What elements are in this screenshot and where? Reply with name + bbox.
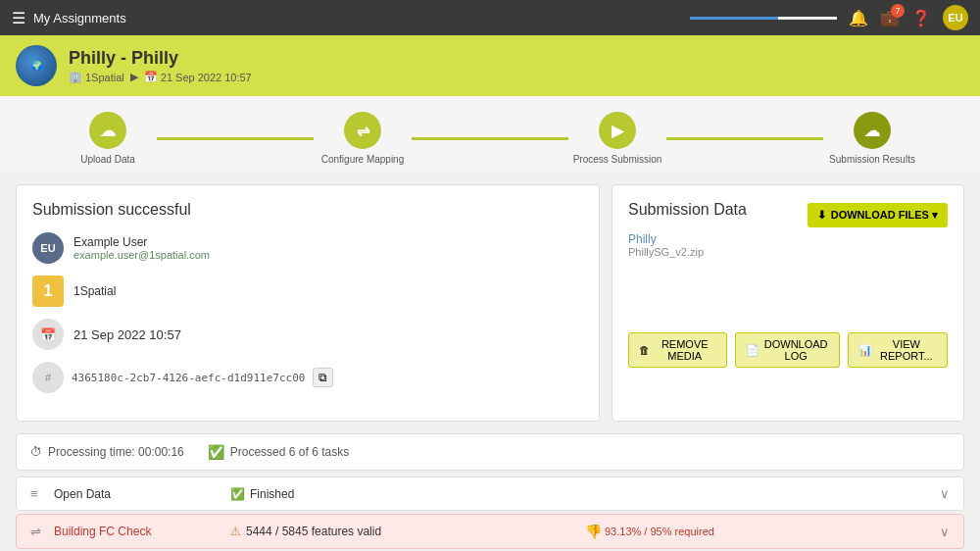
top-nav: ☰ My Assignments 🔔 💼 7 ❓ EU bbox=[0, 0, 980, 35]
chevron-icon: ∨ bbox=[940, 525, 950, 539]
action-buttons: 🗑 REMOVE MEDIA 📄 DOWNLOAD LOG 📊 VIEW REP… bbox=[628, 332, 948, 368]
step-process[interactable]: ▶ Process Submission bbox=[568, 112, 666, 165]
step-results-circle: ☁ bbox=[854, 112, 891, 149]
copy-hash-button[interactable]: ⧉ bbox=[313, 368, 333, 387]
log-icon: 📄 bbox=[746, 344, 760, 357]
submission-hash: 4365180c-2cb7-4126-aefc-d1d911e7cc00 bbox=[72, 372, 305, 384]
step-line-2 bbox=[412, 137, 568, 140]
header-bar: 🌍 Philly - Philly 🏢 1Spatial ▶ 📅 21 Sep … bbox=[0, 35, 980, 96]
step-line-1 bbox=[157, 137, 314, 140]
step-process-circle: ▶ bbox=[599, 112, 636, 149]
download-files-button[interactable]: ⬇ DOWNLOAD FILES ▾ bbox=[808, 203, 948, 227]
task-type-icon: ⇌ bbox=[30, 525, 54, 539]
step-upload[interactable]: ☁ Upload Data bbox=[59, 112, 157, 165]
progress-steps: ☁ Upload Data ⇌ Configure Mapping ▶ Proc… bbox=[0, 96, 980, 173]
warn-icon: ⚠ bbox=[230, 525, 241, 538]
hash-row: # 4365180c-2cb7-4126-aefc-d1d911e7cc00 ⧉ bbox=[32, 362, 583, 393]
chevron-icon: ∨ bbox=[940, 486, 950, 501]
step-line-3 bbox=[666, 137, 823, 140]
submission-file: Philly PhillySG_v2.zip bbox=[628, 232, 704, 258]
org-logo: 🌍 bbox=[16, 45, 57, 86]
org-icon: 🏢 bbox=[69, 71, 82, 83]
task-list: ≡ Open Data ✅ Finished ∨ ⇌ Building FC C… bbox=[16, 476, 964, 551]
step-configure[interactable]: ⇌ Configure Mapping bbox=[314, 112, 412, 165]
org-row: 1 1Spatial bbox=[32, 276, 583, 307]
help-icon[interactable]: ❓ bbox=[911, 9, 931, 27]
user-name: Example User bbox=[74, 235, 210, 249]
main-content: Submission successful EU Example User ex… bbox=[0, 173, 980, 433]
user-avatar[interactable]: EU bbox=[943, 5, 968, 30]
report-icon: 📊 bbox=[858, 344, 872, 357]
calendar-badge: 📅 bbox=[32, 319, 64, 350]
hash-badge: # bbox=[32, 362, 64, 393]
step-configure-label: Configure Mapping bbox=[321, 154, 405, 165]
tasks-check-icon: ✅ bbox=[208, 444, 224, 460]
datetime-row: 📅 21 Sep 2022 10:57 bbox=[32, 319, 583, 350]
view-report-button[interactable]: 📊 VIEW REPORT... bbox=[848, 332, 948, 368]
task-row[interactable]: ⇌ Building FC Check ⚠ 5444 / 5845 featur… bbox=[16, 514, 964, 549]
task-result: 👎 93.13% / 95% required bbox=[585, 524, 940, 539]
remove-media-button[interactable]: 🗑 REMOVE MEDIA bbox=[628, 332, 727, 368]
task-name: Open Data bbox=[54, 487, 230, 501]
calendar-icon: 📅 bbox=[144, 71, 158, 83]
right-panel: Submission Data Philly PhillySG_v2.zip ⬇… bbox=[612, 184, 964, 422]
task-status: ✅ Finished bbox=[230, 487, 585, 501]
bottom-section: ⏱ Processing time: 00:00:16 ✅ Processed … bbox=[0, 433, 980, 551]
app-title: My Assignments bbox=[33, 11, 126, 25]
processing-row: ⏱ Processing time: 00:00:16 ✅ Processed … bbox=[16, 433, 964, 471]
tasks-processed: ✅ Processed 6 of 6 tasks bbox=[208, 444, 349, 460]
org-badge-icon: 1 bbox=[32, 276, 64, 307]
submission-title: Submission successful bbox=[32, 201, 583, 219]
org-name: 1Spatial bbox=[74, 284, 116, 298]
submission-datetime: 21 Sep 2022 10:57 bbox=[74, 327, 181, 342]
task-status: ⚠ 5444 / 5845 features valid bbox=[230, 525, 585, 538]
task-name: Building FC Check bbox=[54, 525, 230, 538]
org-label: 🏢 1Spatial bbox=[69, 71, 124, 83]
left-panel: Submission successful EU Example User ex… bbox=[16, 184, 600, 422]
briefcase-icon[interactable]: 💼 7 bbox=[880, 9, 900, 27]
user-row: EU Example User example.user@1spatial.co… bbox=[32, 232, 583, 264]
step-upload-circle: ☁ bbox=[89, 112, 126, 149]
processing-time: ⏱ Processing time: 00:00:16 bbox=[30, 445, 184, 459]
project-title: Philly - Philly bbox=[69, 48, 252, 69]
arrow-icon: ▶ bbox=[130, 71, 138, 83]
step-configure-circle: ⇌ bbox=[344, 112, 381, 149]
task-type-icon: ≡ bbox=[30, 486, 54, 501]
briefcase-badge: 7 bbox=[891, 4, 905, 18]
bell-icon[interactable]: 🔔 bbox=[849, 9, 868, 27]
task-row[interactable]: ≡ Open Data ✅ Finished ∨ bbox=[16, 476, 964, 511]
step-process-label: Process Submission bbox=[573, 154, 662, 165]
remove-icon: 🗑 bbox=[639, 344, 650, 356]
date-label: 📅 21 Sep 2022 10:57 bbox=[144, 71, 252, 83]
status-icon: ✅ bbox=[230, 487, 245, 501]
user-email: example.user@1spatial.com bbox=[74, 249, 210, 261]
clock-icon: ⏱ bbox=[30, 445, 42, 459]
download-log-button[interactable]: 📄 DOWNLOAD LOG bbox=[735, 332, 840, 368]
step-results[interactable]: ☁ Submission Results bbox=[823, 112, 921, 165]
download-icon: ⬇ bbox=[817, 209, 826, 222]
user-initials: EU bbox=[32, 232, 64, 264]
file-name: Philly bbox=[628, 232, 704, 246]
result-error: 👎 93.13% / 95% required bbox=[585, 524, 714, 539]
hamburger-icon[interactable]: ☰ bbox=[12, 9, 25, 27]
step-results-label: Submission Results bbox=[829, 154, 915, 165]
step-upload-label: Upload Data bbox=[80, 154, 135, 165]
file-zip: PhillySG_v2.zip bbox=[628, 246, 704, 258]
